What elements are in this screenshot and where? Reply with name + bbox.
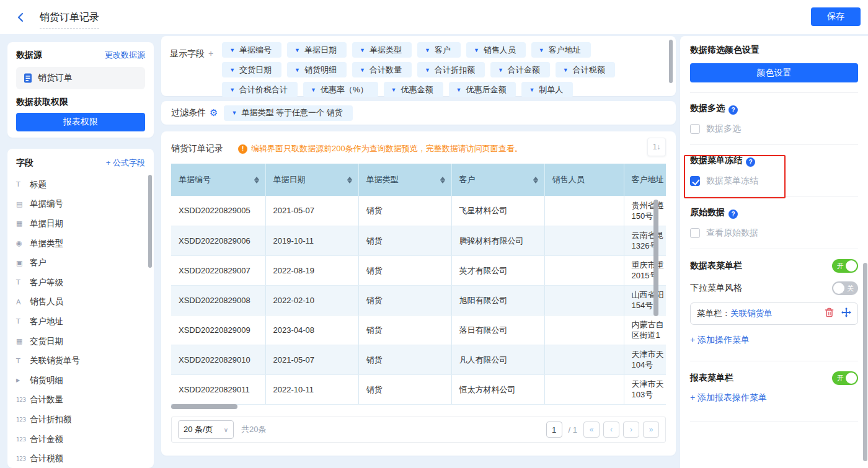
color-settings-title: 数据筛选颜色设置 (690, 45, 858, 56)
display-field-tag[interactable]: ▼优惠率（%） (303, 82, 378, 97)
field-item-total-discount[interactable]: 123合计折扣额 (16, 410, 145, 430)
prev-page-button[interactable]: ‹ (603, 422, 619, 438)
field-item-total-amount[interactable]: 123合计金额 (16, 430, 145, 449)
first-page-button[interactable]: « (583, 422, 600, 438)
gear-icon[interactable]: ⚙ (210, 107, 218, 118)
column-header-doc-no[interactable]: 单据编号 (171, 164, 265, 196)
divider (690, 249, 858, 249)
display-field-tag[interactable]: ▼客户 (417, 42, 461, 58)
sort-order-button[interactable]: 1↓ (647, 138, 666, 156)
field-item-linked-sales-no[interactable]: T关联销货单号 (16, 351, 145, 371)
column-header-salesperson[interactable]: 销售人员 (544, 164, 624, 196)
field-item-sales-detail[interactable]: ▶销货明细 (16, 371, 145, 391)
help-icon[interactable]: ? (728, 105, 738, 115)
menu-freeze-option[interactable]: 数据菜单冻结 (690, 175, 858, 187)
display-field-tag[interactable]: ▼合计价税合计 (222, 82, 298, 97)
trash-icon[interactable] (825, 307, 834, 320)
field-item-delivery-date[interactable]: ▦交货日期 (16, 332, 145, 351)
datasource-item[interactable]: 销货订单 (16, 67, 145, 89)
person-icon: A (16, 298, 30, 306)
add-formula-field-link[interactable]: + 公式字段 (106, 157, 145, 169)
display-field-tag[interactable]: ▼合计数量 (352, 62, 412, 77)
menubar-item[interactable]: 菜单栏： 关联销货单 (690, 302, 858, 325)
move-icon[interactable] (841, 307, 851, 320)
cell: 2019-10-11 (265, 226, 358, 255)
window-scrollbar[interactable] (863, 263, 867, 461)
raw-data-option[interactable]: 查看原始数据 (690, 227, 858, 239)
page-input[interactable]: 1 (546, 422, 562, 438)
display-fields-scrollbar[interactable] (669, 40, 673, 83)
display-field-tag[interactable]: ▼合计金额 (490, 62, 550, 77)
divider (690, 196, 858, 197)
menubar-item-value[interactable]: 关联销货单 (730, 308, 773, 319)
field-item-total-tax[interactable]: 123合计税额 (16, 449, 145, 468)
display-field-tag[interactable]: ▼优惠金额 (384, 82, 443, 97)
field-item-title[interactable]: T标题 (16, 175, 145, 195)
help-icon[interactable]: ? (746, 157, 755, 167)
change-datasource-link[interactable]: 更改数据源 (105, 50, 145, 61)
raw-data-checkbox[interactable] (690, 228, 700, 238)
table-vertical-scrollbar[interactable] (653, 200, 658, 316)
report-permission-button[interactable]: 报表权限 (16, 113, 145, 131)
help-icon[interactable]: ? (728, 210, 738, 219)
toggle-knob (846, 260, 857, 272)
table-row[interactable]: XSDD202208290072022-08-19销货英才有限公司重庆市重 20… (171, 255, 666, 285)
multi-select-checkbox[interactable] (690, 124, 700, 134)
field-item-customer[interactable]: ▣客户 (16, 253, 145, 273)
tag-label: 客户 (435, 45, 451, 56)
column-header-doc-date[interactable]: 单据日期 (265, 164, 358, 196)
display-field-tag[interactable]: ▼合计税额 (556, 62, 615, 77)
column-header-customer[interactable]: 客户 (451, 164, 544, 196)
multi-select-option[interactable]: 数据多选 (690, 123, 858, 135)
field-item-doc-no[interactable]: ▤单据编号 (16, 195, 145, 214)
sort-arrows-icon[interactable] (347, 177, 352, 183)
display-field-tag[interactable]: ▼单据日期 (287, 42, 347, 58)
field-item-doc-type[interactable]: ◉单据类型 (16, 234, 145, 254)
table-row[interactable]: XSDD202208290092023-04-08销货落日有限公司内蒙古自 区街… (171, 315, 666, 345)
menu-freeze-checkbox[interactable] (690, 176, 700, 186)
table-horizontal-scrollbar[interactable] (171, 404, 237, 409)
dropdown-style-toggle[interactable]: 关 (832, 281, 858, 295)
table-menubar-toggle[interactable]: 开 (832, 259, 858, 273)
add-report-action-menu-link[interactable]: + 添加报表操作菜单 (690, 392, 767, 404)
display-field-tag[interactable]: ▼制单人 (521, 82, 573, 97)
display-field-tag[interactable]: ▼单据类型 (352, 42, 412, 58)
fields-scrollbar[interactable] (148, 175, 152, 268)
column-header-customer-address[interactable]: 客户地址 (624, 164, 666, 196)
table-row[interactable]: XSDD202208290102021-05-07销货凡人有限公司天津市天 10… (171, 345, 666, 374)
page-size-select[interactable]: 20 条/页 ∨ (178, 420, 234, 439)
add-action-menu-link[interactable]: + 添加操作菜单 (690, 335, 750, 346)
table-row[interactable]: XSDD202208290112022-10-11销货恒太方材料公司天津市天 1… (171, 374, 666, 404)
display-field-tag[interactable]: ▼优惠后金额 (449, 82, 516, 97)
table-row[interactable]: XSDD202208290082022-02-10销货旭阳有限公司山西省阳 15… (171, 285, 666, 315)
sort-arrows-icon[interactable] (254, 177, 259, 183)
tag-label: 制单人 (539, 84, 563, 95)
number-icon: 123 (16, 417, 30, 423)
last-page-button[interactable]: » (643, 422, 659, 438)
chevron-down-icon: ▼ (539, 47, 544, 53)
fields-title: 字段 (16, 157, 33, 169)
display-field-tag[interactable]: ▼客户地址 (531, 42, 591, 58)
column-header-doc-type[interactable]: 单据类型 (358, 164, 451, 196)
next-page-button[interactable]: › (623, 422, 639, 438)
table-row[interactable]: XSDD202208290062019-10-11销货腾骏材料有限公司云南省昆 … (171, 226, 666, 255)
report-menubar-toggle[interactable]: 开 (832, 371, 858, 385)
field-item-customer-level[interactable]: T客户等级 (16, 273, 145, 293)
field-item-total-qty[interactable]: 123合计数量 (16, 391, 145, 410)
table-row[interactable]: XSDD202208290052021-05-07销货飞星材料公司贵州省遵 15… (171, 196, 666, 226)
field-item-doc-date[interactable]: ▦单据日期 (16, 214, 145, 234)
display-field-tag[interactable]: ▼销售人员 (466, 42, 526, 58)
display-field-tag[interactable]: ▼交货日期 (222, 62, 281, 77)
filter-condition-tag[interactable]: ▼单据类型 等于任意一个 销货 (224, 105, 352, 121)
display-field-tag[interactable]: ▼销货明细 (287, 62, 347, 77)
color-settings-button[interactable]: 颜色设置 (690, 63, 858, 82)
display-field-tag[interactable]: ▼单据编号 (222, 42, 281, 58)
back-icon[interactable] (16, 12, 26, 22)
field-item-salesperson[interactable]: A销售人员 (16, 293, 145, 312)
field-item-customer-address[interactable]: T客户地址 (16, 312, 145, 332)
sort-arrows-icon[interactable] (533, 177, 538, 183)
sort-arrows-icon[interactable] (440, 177, 445, 183)
add-display-field-button[interactable]: + (208, 48, 213, 90)
display-field-tag[interactable]: ▼合计折扣额 (417, 62, 485, 77)
save-button[interactable]: 保存 (811, 7, 861, 26)
